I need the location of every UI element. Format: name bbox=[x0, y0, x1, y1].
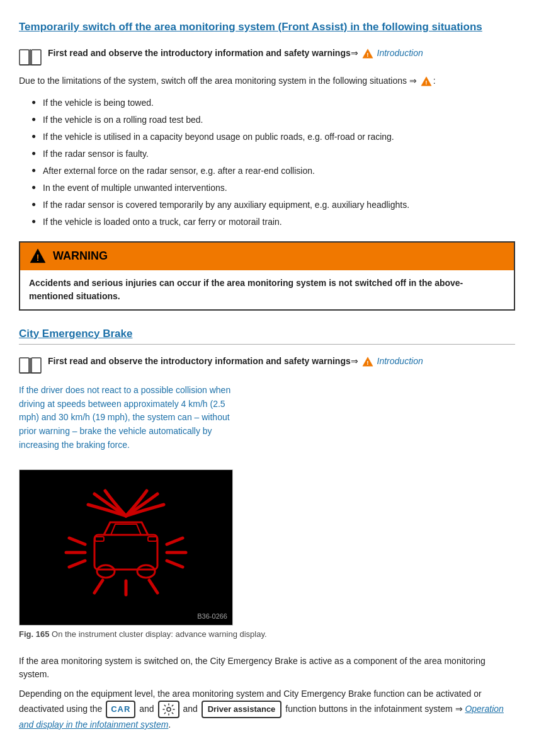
warning-triangle-inline-1: ! bbox=[362, 48, 373, 59]
list-item: In the event of multiple unwanted interv… bbox=[31, 181, 515, 195]
car-button[interactable]: CAR bbox=[106, 701, 135, 718]
svg-text:!: ! bbox=[425, 79, 427, 86]
warning-triangle-body: ! bbox=[421, 76, 432, 87]
svg-text:!: ! bbox=[37, 253, 40, 263]
warning-box: ! WARNING Accidents and serious injuries… bbox=[19, 241, 515, 311]
list-item: After external force on the radar sensor… bbox=[31, 164, 515, 178]
warning-triangle-icon: ! bbox=[29, 248, 47, 265]
settings-icon bbox=[162, 703, 175, 716]
list-item: If the vehicle is on a rolling road test… bbox=[31, 113, 515, 127]
bullet-list: If the vehicle is being towed. If the ve… bbox=[31, 96, 515, 229]
page-title[interactable]: Temporarily switch off the area monitori… bbox=[19, 19, 515, 35]
svg-rect-19 bbox=[95, 537, 104, 541]
warning-triangle-inline-2: ! bbox=[362, 356, 373, 367]
book-icon bbox=[19, 48, 42, 67]
intro-link-1[interactable]: Introduction bbox=[377, 48, 423, 58]
figure-image: B36-0266 bbox=[19, 469, 233, 626]
intro-text-2: First read and observe the introductory … bbox=[48, 355, 423, 368]
book-icon-2 bbox=[19, 356, 42, 375]
intro-box-2: First read and observe the introductory … bbox=[19, 355, 515, 375]
body-text-1: Due to the limitations of the system, sw… bbox=[19, 74, 515, 88]
svg-rect-0 bbox=[20, 50, 29, 65]
warning-header-text: WARNING bbox=[53, 248, 108, 265]
list-item: If the radar sensor is faulty. bbox=[31, 147, 515, 161]
intro-text-1: First read and observe the introductory … bbox=[48, 47, 423, 60]
figure-id: B36-0266 bbox=[197, 611, 227, 622]
list-item: If the vehicle is being towed. bbox=[31, 96, 515, 110]
svg-line-27 bbox=[94, 580, 103, 593]
intro-box-1: First read and observe the introductory … bbox=[19, 47, 515, 67]
warning-header: ! WARNING bbox=[20, 243, 514, 270]
svg-line-29 bbox=[149, 580, 157, 593]
svg-line-21 bbox=[69, 538, 85, 544]
svg-rect-20 bbox=[148, 537, 157, 541]
list-item: If the vehicle is loaded onto a truck, c… bbox=[31, 215, 515, 229]
list-item: If the radar sensor is covered temporari… bbox=[31, 198, 515, 212]
intro-link-2[interactable]: Introduction bbox=[377, 356, 423, 366]
svg-line-23 bbox=[69, 561, 85, 567]
svg-rect-1 bbox=[31, 50, 41, 65]
warning-body-text: Accidents and serious injuries can occur… bbox=[20, 270, 514, 309]
car-illustration-svg bbox=[35, 478, 217, 617]
svg-point-18 bbox=[137, 565, 155, 578]
svg-rect-11 bbox=[31, 358, 41, 373]
driver-assistance-button[interactable]: Driver assistance bbox=[202, 701, 282, 718]
city-brake-description: If the driver does not react to a possib… bbox=[19, 384, 233, 452]
list-item: If the vehicle is utilised in a capacity… bbox=[31, 130, 515, 144]
figure-caption: Fig. 165 On the instrument cluster displ… bbox=[19, 628, 267, 641]
svg-text:!: ! bbox=[366, 51, 368, 58]
svg-rect-10 bbox=[20, 358, 29, 373]
settings-icon-button[interactable] bbox=[158, 701, 179, 718]
bottom-text-1: If the area monitoring system is switche… bbox=[19, 655, 515, 681]
svg-line-24 bbox=[167, 538, 183, 544]
svg-point-17 bbox=[97, 565, 115, 578]
svg-point-30 bbox=[167, 707, 171, 711]
svg-line-26 bbox=[167, 561, 183, 567]
figure-container: B36-0266 Fig. 165 On the instrument clus… bbox=[19, 469, 267, 641]
equipment-text: Depending on the equipment level, the ar… bbox=[19, 687, 515, 731]
svg-text:!: ! bbox=[366, 360, 368, 367]
section2-title[interactable]: City Emergency Brake bbox=[19, 326, 515, 345]
